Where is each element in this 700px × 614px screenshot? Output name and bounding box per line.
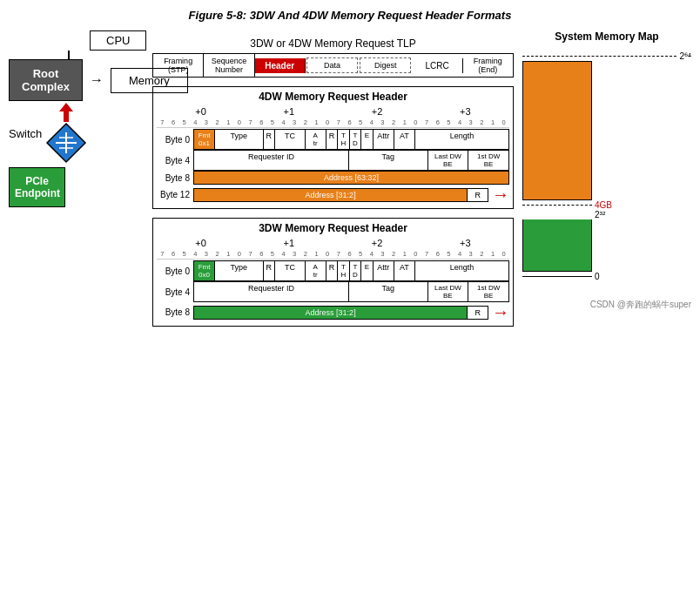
4dw-td: TD [350, 130, 362, 149]
4dw-type: Type [215, 130, 264, 149]
3dw-byte0-label: Byte 0 [157, 267, 193, 276]
mem-label-4gb: 4GB [595, 200, 612, 210]
4dw-attr-r: Atr [306, 130, 326, 149]
tlp-framing-end: Framing(End) [463, 54, 513, 77]
4dw-tc: TC [275, 130, 306, 149]
3dw-byte4-label: Byte 4 [157, 287, 193, 297]
3dw-byte8-label: Byte 8 [157, 307, 193, 317]
3dw-bit-row: 76543210 76543210 76543210 76543210 [157, 250, 509, 260]
3dw-req-id: Requester ID [194, 282, 349, 301]
tlp-header: Header [255, 58, 306, 73]
4dw-addr-63-32: Address [63:32] [194, 172, 508, 184]
4dw-byte8-label: Byte 8 [157, 173, 193, 183]
4dw-byte4-label: Byte 4 [157, 156, 193, 165]
3dw-byte0-row: Byte 0 Fmt0x0 Type R TC Atr R TH TD E [157, 260, 509, 281]
4dw-last-dw-be: Last DWBE [428, 151, 469, 170]
4dw-byte12-label: Byte 12 [157, 190, 193, 199]
mem-bar-orange [522, 61, 592, 200]
4dw-addr-31-2: Address [31:2] [194, 189, 468, 201]
4dw-ep: E [361, 130, 374, 149]
3dw-length: Length [415, 261, 508, 280]
4dw-r1: R [264, 130, 276, 149]
3dw-ep: E [361, 261, 374, 280]
3dw-byte4-row: Byte 4 Requester ID Tag Last DWBE 1st DW… [157, 281, 509, 302]
4dw-tag: Tag [349, 151, 428, 170]
4dw-header-section: 4DW Memory Request Header +0 +1 +2 +3 76… [152, 86, 514, 209]
4dw-1st-dw-be: 1st DWBE [468, 151, 508, 170]
tlp-digest: Digest [360, 57, 411, 73]
root-complex-box: Root Complex [9, 59, 83, 101]
watermark: CSDN @奔跑的蜗牛super [522, 299, 691, 311]
4dw-length: Length [415, 130, 508, 149]
3dw-addr-31-2: Address [31:2] [194, 307, 468, 319]
4dw-th: TH [338, 130, 350, 149]
mem-label-0: 0 [595, 272, 600, 281]
4dw-at: AT [394, 130, 415, 149]
3dw-th: TH [338, 261, 350, 280]
4dw-fmt: Fmt0x1 [194, 130, 215, 149]
figure-container: Figure 5-8: 3DW And 4DW Memory Request H… [9, 9, 691, 334]
diagram-right: System Memory Map 2⁶⁴ 4GB 2³² [514, 30, 691, 334]
tlp-lcrc: LCRC [412, 58, 462, 73]
svg-marker-0 [59, 103, 73, 122]
3dw-at: AT [394, 261, 415, 280]
mem-bar-green [522, 219, 592, 272]
main-diagram: CPU Root Complex → Memory Switch [9, 30, 691, 334]
mem-label-2pow32: 2³² [595, 210, 605, 219]
3dw-last-dw-be: Last DWBE [428, 282, 469, 301]
3dw-attr: Attr [374, 261, 394, 280]
mem-label-2pow64: 2⁶⁴ [679, 51, 691, 61]
pcie-endpoint-box: PCIe Endpoint [9, 167, 65, 207]
4dw-offset-row: +0 +1 +2 +3 [157, 106, 509, 117]
3dw-type: Type [215, 261, 264, 280]
tlp-section: 3DW or 4DW Memory Request TLP Framing(ST… [152, 37, 514, 78]
cpu-box: CPU [90, 30, 146, 51]
switch-label: Switch [9, 127, 42, 140]
3dw-td: TD [350, 261, 362, 280]
4dw-byte12-row: Byte 12 Address [31:2] R [157, 188, 488, 202]
3dw-r1: R [264, 261, 276, 280]
3dw-tc: TC [275, 261, 306, 280]
3dw-offset-row: +0 +1 +2 +3 [157, 238, 509, 248]
tlp-data: Data [306, 57, 358, 73]
4dw-attr: Attr [374, 130, 394, 149]
4dw-r2: R [326, 130, 339, 149]
figure-title: Figure 5-8: 3DW And 4DW Memory Request H… [9, 9, 691, 22]
4dw-byte0-label: Byte 0 [157, 135, 193, 145]
3dw-1st-dw-be: 1st DWBE [468, 282, 508, 301]
tlp-title: 3DW or 4DW Memory Request TLP [152, 37, 514, 50]
4dw-byte4-row: Byte 4 Requester ID Tag Last DWBE 1st DW… [157, 150, 509, 171]
3dw-byte8-row: Byte 8 Address [31:2] R [157, 306, 488, 320]
3dw-header-title: 3DW Memory Request Header [157, 222, 509, 234]
switch-icon [45, 122, 87, 164]
3dw-r-field: R [468, 307, 488, 319]
sys-mem-title: System Memory Map [522, 30, 691, 43]
3dw-r2: R [326, 261, 339, 280]
3dw-header-section: 3DW Memory Request Header +0 +1 +2 +3 76… [152, 218, 514, 327]
3dw-fmt: Fmt0x0 [194, 261, 215, 280]
4dw-byte8-row: Byte 8 Address [63:32] [157, 171, 509, 185]
4dw-bit-row: 76543210 76543210 76543210 76543210 [157, 118, 509, 128]
tlp-seq-number: SequenceNumber [204, 54, 254, 77]
tlp-row: Framing(STP) SequenceNumber Header Data … [152, 53, 514, 78]
diagram-left: CPU Root Complex → Memory Switch [9, 30, 514, 334]
red-arrow-up [59, 103, 73, 122]
4dw-r-field: R [468, 189, 488, 201]
4dw-header-title: 4DW Memory Request Header [157, 91, 509, 103]
3dw-tag: Tag [349, 282, 428, 301]
tlp-framing-stp: Framing(STP) [153, 54, 204, 77]
4dw-byte0-row: Byte 0 Fmt0x1 Type R TC Atr R TH TD E [157, 129, 509, 150]
3dw-attr-r: Atr [306, 261, 326, 280]
4dw-req-id: Requester ID [194, 151, 349, 170]
